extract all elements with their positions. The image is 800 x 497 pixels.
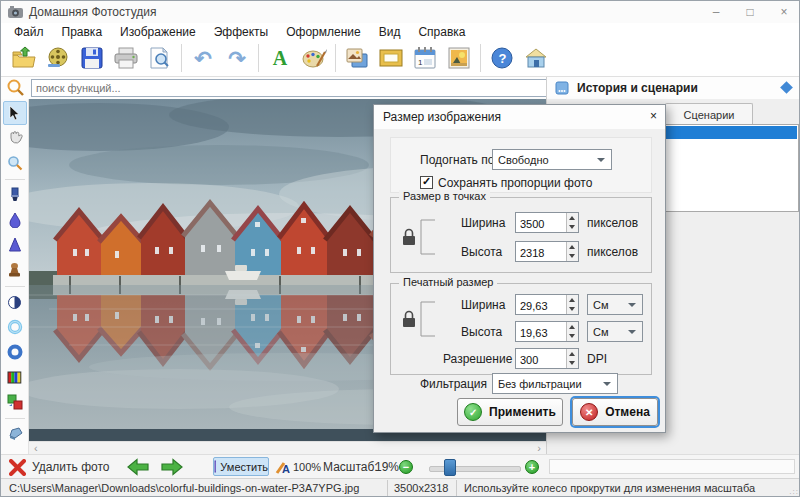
print-height-spin-down[interactable] xyxy=(567,332,578,342)
scenarios-list-selected-row[interactable] xyxy=(665,126,797,139)
film-reel-button[interactable] xyxy=(41,43,75,73)
fit-button[interactable]: Уместить xyxy=(213,457,269,476)
calendar-button[interactable]: 1 xyxy=(408,43,442,73)
resolution-unit: DPI xyxy=(587,352,607,366)
print-height-spin-up[interactable] xyxy=(567,322,578,332)
pixel-width-spin-up[interactable] xyxy=(567,213,578,223)
tool-eraser[interactable] xyxy=(3,422,27,446)
print-width-spin-down[interactable] xyxy=(567,305,578,315)
pixel-height-input[interactable] xyxy=(516,242,566,261)
collage-button[interactable] xyxy=(340,43,374,73)
toolbar-separator xyxy=(480,44,481,72)
lock-link-icon xyxy=(399,212,443,262)
print-width-spin-up[interactable] xyxy=(567,295,578,305)
palette-button[interactable] xyxy=(297,43,331,73)
dialog-title-bar: Размер изображения × xyxy=(374,105,665,129)
save-button[interactable] xyxy=(75,43,109,73)
resolution-spin-up[interactable] xyxy=(567,349,578,359)
pixel-height-spin-down[interactable] xyxy=(567,252,578,262)
toolbar-separator xyxy=(181,44,182,72)
tool-divider xyxy=(5,286,25,287)
next-photo-button[interactable] xyxy=(161,455,183,479)
tool-soft-glow[interactable] xyxy=(3,315,27,339)
cancel-button[interactable]: ✕ Отмена xyxy=(572,398,658,426)
tool-ring[interactable] xyxy=(3,340,27,364)
frame-icon xyxy=(378,46,404,70)
print-height-label: Высота xyxy=(461,325,502,339)
tool-color-replace[interactable] xyxy=(3,390,27,414)
save-icon xyxy=(80,46,104,70)
zoom-slider-thumb[interactable] xyxy=(444,459,456,476)
add-text-button[interactable]: A xyxy=(263,43,297,73)
menu-edit[interactable]: Правка xyxy=(53,25,112,39)
tool-clone-stamp[interactable] xyxy=(3,258,27,282)
status-separator xyxy=(387,480,388,497)
tool-hand[interactable] xyxy=(3,126,27,150)
pixel-width-spin-down[interactable] xyxy=(567,223,578,233)
status-hint: Используйте колесо прокрутки для изменен… xyxy=(464,482,755,494)
zoom-out-button[interactable]: − xyxy=(399,455,413,479)
chevron-down-icon xyxy=(628,330,636,334)
scroll-left-icon[interactable]: ‹ xyxy=(34,442,38,454)
print-width-input[interactable] xyxy=(516,295,566,314)
print-button[interactable] xyxy=(109,43,143,73)
search-input[interactable] xyxy=(31,79,547,97)
home-button[interactable] xyxy=(519,43,553,73)
menu-decor[interactable]: Оформление xyxy=(277,25,369,39)
resize-grip[interactable]: .:: xyxy=(789,487,799,496)
filter-select[interactable]: Без фильтрации xyxy=(492,373,618,394)
zoom-in-button[interactable]: + xyxy=(525,455,539,479)
tool-colors[interactable] xyxy=(3,365,27,389)
menu-effects[interactable]: Эффекты xyxy=(205,25,278,39)
tool-zoom[interactable] xyxy=(3,151,27,175)
frame-button[interactable] xyxy=(374,43,408,73)
tab-scenarios[interactable]: Сценарии xyxy=(665,103,753,125)
tool-marker[interactable] xyxy=(3,183,27,207)
pixel-height-spin-up[interactable] xyxy=(567,242,578,252)
tool-blur[interactable] xyxy=(3,208,27,232)
resolution-input[interactable] xyxy=(516,349,566,368)
postcard-icon xyxy=(447,46,471,70)
dialog-close-button[interactable]: × xyxy=(650,109,657,123)
close-button[interactable]: × xyxy=(767,1,800,23)
panel-collapse-icon[interactable] xyxy=(780,81,793,94)
postcard-button[interactable] xyxy=(442,43,476,73)
keep-proportions-checkbox[interactable] xyxy=(420,176,433,189)
print-icon xyxy=(113,46,139,70)
canvas-hscrollbar[interactable]: ‹ › xyxy=(29,441,546,454)
tool-cursor[interactable] xyxy=(3,101,27,125)
main-toolbar: ↶ ↷ A 1 ? xyxy=(1,40,800,77)
tool-sharpen[interactable] xyxy=(3,233,27,257)
preview-button[interactable] xyxy=(143,43,177,73)
help-button[interactable]: ? xyxy=(485,43,519,73)
menu-file[interactable]: Файл xyxy=(5,25,53,39)
open-folder-button[interactable] xyxy=(7,43,41,73)
menu-image[interactable]: Изображение xyxy=(111,25,205,39)
minimize-button[interactable]: – xyxy=(699,1,733,23)
prev-photo-button[interactable] xyxy=(127,455,149,479)
toolbar-separator xyxy=(258,44,259,72)
zoom-slider-track[interactable] xyxy=(429,466,521,472)
status-dimensions: 3500x2318 xyxy=(394,482,448,494)
print-height-unit-select[interactable]: См xyxy=(587,321,643,342)
resolution-spin-down[interactable] xyxy=(567,359,578,369)
toolbar-separator xyxy=(335,44,336,72)
scenarios-list[interactable] xyxy=(663,124,799,212)
redo-button[interactable]: ↷ xyxy=(220,43,254,73)
menu-view[interactable]: Вид xyxy=(370,25,410,39)
menu-help[interactable]: Справка xyxy=(409,25,474,39)
apply-button[interactable]: ✓ Применить xyxy=(457,398,563,426)
delete-photo-button[interactable]: Удалить фото xyxy=(9,455,109,479)
pixel-width-input[interactable] xyxy=(516,213,566,232)
undo-button[interactable]: ↶ xyxy=(186,43,220,73)
font-zoom-control[interactable]: A 100% xyxy=(275,455,321,479)
cancel-x-icon: ✕ xyxy=(580,403,598,421)
maximize-button[interactable]: □ xyxy=(733,1,767,23)
fit-select[interactable]: Свободно xyxy=(492,149,612,170)
open-folder-icon xyxy=(11,46,37,70)
print-height-input[interactable] xyxy=(516,322,566,341)
print-width-unit-select[interactable]: См xyxy=(587,294,643,315)
scroll-right-icon[interactable]: › xyxy=(537,442,541,454)
magnifier-icon xyxy=(7,155,23,171)
tool-contrast[interactable] xyxy=(3,290,27,314)
